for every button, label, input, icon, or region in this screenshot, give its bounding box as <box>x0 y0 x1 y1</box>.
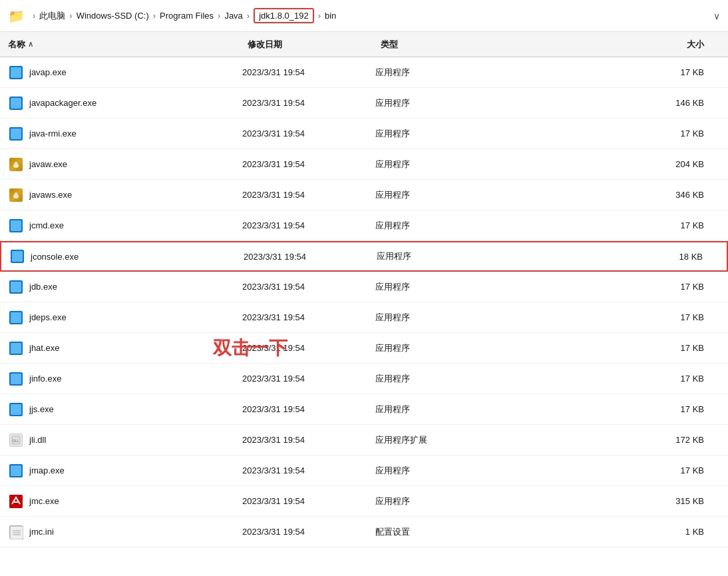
col-date-header[interactable]: 修改日期 <box>248 39 381 51</box>
file-date: 2023/3/31 19:54 <box>242 220 375 230</box>
breadcrumb-bar: 📁 › 此电脑 › Windows-SSD (C:) › Program Fil… <box>0 0 728 32</box>
exe-icon <box>9 97 23 110</box>
file-name: jmc.ini <box>29 527 242 537</box>
file-name: javaws.exe <box>29 190 242 200</box>
svg-text:DLL: DLL <box>13 439 19 443</box>
file-size: 204 KB <box>495 159 720 169</box>
table-row[interactable]: javaws.exe 2023/3/31 19:54 应用程序 346 KB <box>0 180 728 210</box>
file-size: 17 KB <box>495 129 720 139</box>
col-size-header[interactable]: 大小 <box>500 39 720 51</box>
file-icon <box>9 248 25 264</box>
file-date: 2023/3/31 19:54 <box>242 527 375 537</box>
table-row[interactable]: jinfo.exe 2023/3/31 19:54 应用程序 17 KB <box>0 364 728 394</box>
table-row[interactable]: jmc.exe 2023/3/31 19:54 应用程序 315 KB <box>0 486 728 517</box>
table-row[interactable]: jconsole.exe 2023/3/31 19:54 应用程序 18 KB <box>0 241 728 272</box>
breadcrumb-drive[interactable]: Windows-SSD (C:) <box>77 11 149 21</box>
table-row[interactable]: jhat.exe 2023/3/31 19:54 应用程序 17 KB <box>0 333 728 364</box>
file-size: 17 KB <box>495 404 720 414</box>
exe-icon <box>9 464 23 477</box>
file-date: 2023/3/31 19:54 <box>242 343 375 353</box>
breadcrumb-chevron-icon[interactable]: ∨ <box>713 11 720 21</box>
breadcrumb-jdk[interactable]: jdk1.8.0_192 <box>254 8 313 23</box>
file-list-container: javap.exe 2023/3/31 19:54 应用程序 17 KB jav… <box>0 57 728 576</box>
file-date: 2023/3/31 19:54 <box>242 159 375 169</box>
file-size: 315 KB <box>495 496 720 506</box>
file-date: 2023/3/31 19:54 <box>242 282 375 292</box>
file-icon <box>8 463 24 479</box>
file-date: 2023/3/31 19:54 <box>242 312 375 322</box>
file-name: jconsole.exe <box>31 252 244 262</box>
file-size: 17 KB <box>495 465 720 475</box>
breadcrumb-bin[interactable]: bin <box>325 11 336 21</box>
file-type: 应用程序 <box>375 67 495 79</box>
file-date: 2023/3/31 19:54 <box>242 435 375 445</box>
file-date: 2023/3/31 19:54 <box>242 496 375 506</box>
folder-icon: 📁 <box>8 8 25 24</box>
exe-icon <box>9 372 23 386</box>
file-date: 2023/3/31 19:54 <box>242 129 375 139</box>
jmc-icon <box>9 495 23 508</box>
table-row[interactable]: javapackager.exe 2023/3/31 19:54 应用程序 14… <box>0 88 728 119</box>
file-icon <box>8 65 24 81</box>
file-type: 应用程序 <box>375 342 495 354</box>
file-date: 2023/3/31 19:54 <box>242 374 375 384</box>
file-type: 应用程序扩展 <box>375 434 495 446</box>
exe-icon <box>9 66 23 79</box>
table-row[interactable]: java-rmi.exe 2023/3/31 19:54 应用程序 17 KB <box>0 119 728 149</box>
table-row[interactable]: jcmd.exe 2023/3/31 19:54 应用程序 17 KB <box>0 210 728 241</box>
breadcrumb-program-files[interactable]: Program Files <box>160 11 214 21</box>
file-list: javap.exe 2023/3/31 19:54 应用程序 17 KB jav… <box>0 57 728 576</box>
ini-icon <box>9 525 23 539</box>
file-icon <box>8 340 24 356</box>
table-row[interactable]: jjs.exe 2023/3/31 19:54 应用程序 17 KB <box>0 394 728 425</box>
file-icon <box>8 279 24 295</box>
exe-icon <box>9 342 23 355</box>
file-type: 应用程序 <box>375 312 495 324</box>
exe-icon <box>9 311 23 324</box>
file-size: 1 KB <box>495 527 720 537</box>
table-row[interactable]: jmap.exe 2023/3/31 19:54 应用程序 17 KB <box>0 455 728 486</box>
file-name: javap.exe <box>29 67 242 77</box>
file-date: 2023/3/31 19:54 <box>242 404 375 414</box>
table-row[interactable]: jmc.ini 2023/3/31 19:54 配置设置 1 KB <box>0 517 728 547</box>
file-type: 应用程序 <box>375 495 495 507</box>
file-name: jmc.exe <box>29 496 242 506</box>
file-icon <box>8 126 24 142</box>
file-size: 17 KB <box>495 312 720 322</box>
file-size: 346 KB <box>495 190 720 200</box>
file-name: jli.dll <box>29 435 242 445</box>
file-type: 应用程序 <box>375 281 495 293</box>
file-type: 应用程序 <box>375 158 495 170</box>
breadcrumb-java[interactable]: Java <box>224 11 242 21</box>
sort-arrow-icon: ∧ <box>28 40 33 49</box>
svg-point-0 <box>13 164 19 168</box>
javaw-icon <box>9 158 23 171</box>
file-icon <box>8 493 24 509</box>
file-type: 应用程序 <box>375 97 495 109</box>
breadcrumb-this-pc[interactable]: 此电脑 <box>39 10 65 22</box>
file-icon <box>8 310 24 326</box>
file-date: 2023/3/31 19:54 <box>242 465 375 475</box>
file-icon <box>8 187 24 203</box>
file-type: 应用程序 <box>375 465 495 477</box>
file-type: 应用程序 <box>377 250 496 262</box>
exe-icon <box>9 403 23 416</box>
col-type-header[interactable]: 类型 <box>381 39 500 51</box>
col-name-header[interactable]: 名称 ∧ <box>8 39 248 51</box>
table-row[interactable]: jdb.exe 2023/3/31 19:54 应用程序 17 KB <box>0 272 728 302</box>
table-row[interactable]: javap.exe 2023/3/31 19:54 应用程序 17 KB <box>0 57 728 88</box>
file-size: 17 KB <box>495 220 720 230</box>
table-row[interactable]: DLL jli.dll 2023/3/31 19:54 应用程序扩展 172 K… <box>0 425 728 455</box>
dll-icon: DLL <box>9 433 23 447</box>
table-row[interactable]: javaw.exe 2023/3/31 19:54 应用程序 204 KB <box>0 149 728 180</box>
file-date: 2023/3/31 19:54 <box>242 190 375 200</box>
file-size: 18 KB <box>496 252 719 262</box>
file-type: 应用程序 <box>375 220 495 232</box>
file-name: javapackager.exe <box>29 98 242 108</box>
file-size: 17 KB <box>495 282 720 292</box>
javaw-icon <box>9 188 23 202</box>
file-icon <box>8 218 24 234</box>
file-name: jdb.exe <box>29 282 242 292</box>
file-name: jmap.exe <box>29 465 242 475</box>
table-row[interactable]: jdeps.exe 2023/3/31 19:54 应用程序 17 KB <box>0 302 728 333</box>
